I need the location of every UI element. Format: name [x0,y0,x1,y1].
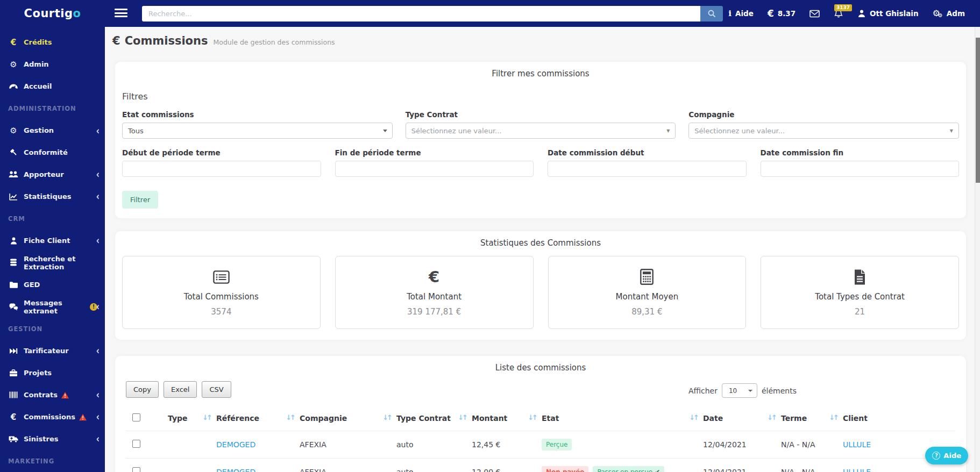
select-all-checkbox[interactable] [132,413,140,421]
chevron-left-icon: ‹ [96,234,100,247]
sort-icon: ↓↑ [528,413,536,421]
admin-menu[interactable]: ⚙⚙ Adm [933,9,965,18]
reference-link[interactable]: DEMOGED [216,440,255,449]
user-menu[interactable]: Ott Ghislain [857,9,918,18]
debut-periode-label: Début de période terme [122,148,321,157]
sidebar-item-recherche-extraction[interactable]: Recherche et Extraction [0,252,105,274]
search-button[interactable] [700,6,723,22]
client-link[interactable]: ULLULE [843,468,871,472]
type-contrat-select[interactable]: Sélectionnez une valeur... ▼ [406,123,676,139]
messages-button[interactable] [809,10,820,18]
sidebar-item-contrats[interactable]: Contrats ‹ [0,384,105,406]
fin-periode-input[interactable] [335,161,534,177]
page-length-select[interactable]: 10 [722,383,757,398]
sort-icon: ↓↑ [286,413,294,421]
date-commission-debut-input[interactable] [548,161,747,177]
barcode-icon [8,391,19,398]
stat-total-commissions: Total Commissions 3574 [122,256,321,329]
sidebar-item-fiche-client[interactable]: Fiche Client ‹ [0,230,105,252]
notifications-button[interactable]: 3137 [834,9,843,18]
etat-commissions-select[interactable]: Tous [122,123,393,139]
chevron-down-icon: ▼ [950,128,953,133]
vertical-scrollbar [975,27,980,472]
mark-as-received-button[interactable]: Passer en perçue ✔ [593,466,664,472]
search-input[interactable] [142,6,700,22]
dashboard-icon [8,83,19,90]
file-icon [761,268,958,285]
reference-link[interactable]: DEMOGED [216,468,255,472]
notification-count-badge: 3137 [834,4,852,12]
column-type-contrat[interactable]: Type Contrat↓↑ [392,406,467,431]
sidebar-item-credits[interactable]: € Crédits [0,31,105,53]
date-commission-fin-input[interactable] [761,161,960,177]
stat-montant-moyen: Montant Moyen 89,31 € [548,256,747,329]
list-card: Liste des commissions Copy Excel CSV Aff… [115,356,966,472]
sidebar-item-apporteur[interactable]: Apporteur ‹ [0,163,105,185]
euro-icon: € [112,34,120,47]
envelope-icon [809,10,820,18]
gears-icon: ⚙⚙ [933,9,943,18]
menu-toggle-icon[interactable] [115,9,127,18]
sidebar-section-crm: CRM [0,208,105,230]
euro-icon: € [768,8,774,19]
calculator-icon [549,268,746,285]
info-icon: i [728,9,732,18]
row-checkbox[interactable] [132,467,140,472]
row-checkbox[interactable] [132,440,140,448]
commissions-table: Type↓↑ Référence↓↑ Compagnie↓↑ Type Cont… [126,406,955,472]
debut-periode-input[interactable] [122,161,321,177]
balance-display[interactable]: € 8.37 [768,8,796,19]
sidebar-item-accueil[interactable]: Accueil [0,75,105,97]
column-compagnie[interactable]: Compagnie↓↑ [295,406,392,431]
column-reference[interactable]: Référence↓↑ [212,406,295,431]
excel-button[interactable]: Excel [164,381,197,398]
sidebar-item-admin[interactable]: ⚙ Admin [0,53,105,75]
table-row: DEMOGED AFEXIA auto 12,45 € Perçue 12/04… [126,431,955,459]
table-toolbar: Copy Excel CSV Afficher 10 éléments [115,381,966,399]
chevron-left-icon: ‹ [96,168,100,181]
sidebar-section-gestion: GESTION [0,318,105,340]
comments-icon [8,303,19,311]
sidebar-item-statistiques[interactable]: Statistiques ‹ [0,185,105,208]
chevron-left-icon: ‹ [96,124,100,137]
sidebar-item-commissions[interactable]: € Commissions ‹ [0,406,105,428]
page-length-control: Afficher 10 éléments [688,383,797,398]
column-type[interactable]: Type↓↑ [164,406,212,431]
filtrer-button[interactable]: Filtrer [122,191,158,209]
stats-card: Statistiques des Commissions Total Commi… [115,231,966,340]
help-floating-button[interactable]: ? Aide [925,447,968,464]
column-client[interactable]: Client [839,406,955,431]
sidebar-section-marketing: MARKETING [0,450,105,472]
column-montant[interactable]: Montant↓↑ [467,406,537,431]
chevron-down-icon [748,390,752,392]
client-link[interactable]: ULLULE [843,440,871,449]
csv-button[interactable]: CSV [202,381,231,398]
sidebar-section-administration: ADMINISTRATION [0,97,105,119]
date-commission-fin-label: Date commission fin [761,148,960,157]
table-header-row: Type↓↑ Référence↓↑ Compagnie↓↑ Type Cont… [126,406,955,431]
sidebar-item-gestion[interactable]: ⚙ Gestion ‹ [0,119,105,141]
sidebar-item-projets[interactable]: Projets [0,362,105,384]
column-etat[interactable]: Etat↓↑ [537,406,699,431]
scrollbar-thumb[interactable] [976,38,980,183]
list-icon [123,268,320,285]
sidebar-item-messages-extranet[interactable]: Messages extranet ! ‹ [0,296,105,318]
sidebar-item-sinistres[interactable]: Sinistres ‹ [0,428,105,450]
question-icon: ? [932,452,940,460]
chart-line-icon [8,193,19,201]
ambulance-icon [8,435,19,443]
sidebar-item-conformite[interactable]: Conformité [0,141,105,163]
sidebar-item-tarificateur[interactable]: Tarificateur ‹ [0,340,105,362]
compagnie-select[interactable]: Sélectionnez une valeur... ▼ [688,123,959,139]
sidebar-item-ged[interactable]: GED [0,274,105,296]
etat-commissions-label: Etat commissions [122,110,393,119]
help-link[interactable]: i Aide [728,9,754,18]
page-header: €Commissions Module de gestion des commi… [112,34,975,55]
column-terme[interactable]: Terme↓↑ [777,406,839,431]
column-date[interactable]: Date↓↑ [699,406,777,431]
chevron-down-icon [383,130,387,132]
compagnie-label: Compagnie [688,110,959,119]
copy-button[interactable]: Copy [126,381,159,398]
search-icon [707,9,716,18]
main-content: €Commissions Module de gestion des commi… [105,27,975,472]
